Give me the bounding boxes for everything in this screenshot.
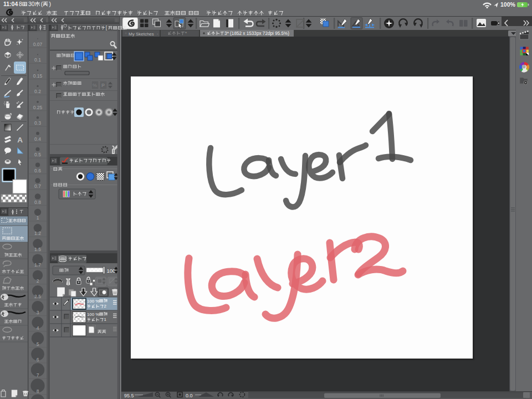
svg-text:8: 8 bbox=[19, 1, 22, 7]
svg-text:%: % bbox=[93, 83, 97, 88]
svg-text:4: 4 bbox=[37, 325, 39, 331]
svg-text:0.15: 0.15 bbox=[33, 73, 43, 79]
svg-text:1: 1 bbox=[37, 215, 39, 221]
svg-text:7: 7 bbox=[37, 372, 39, 378]
svg-text:0.0: 0.0 bbox=[186, 393, 193, 398]
svg-text:95.5: 95.5 bbox=[124, 393, 134, 398]
svg-text:1.2: 1.2 bbox=[34, 231, 41, 236]
svg-text:0.5: 0.5 bbox=[34, 152, 41, 157]
svg-text:0.25: 0.25 bbox=[33, 105, 43, 110]
svg-text:8: 8 bbox=[37, 388, 39, 394]
svg-text:0.2: 0.2 bbox=[34, 89, 41, 94]
svg-text:A: A bbox=[17, 136, 23, 144]
svg-text:100%: 100% bbox=[500, 1, 516, 8]
svg-text:5: 5 bbox=[37, 341, 39, 347]
svg-text:0.4: 0.4 bbox=[34, 136, 41, 142]
svg-text:My Sketches: My Sketches bbox=[129, 32, 154, 37]
svg-text:30: 30 bbox=[28, 1, 35, 7]
svg-text:6: 6 bbox=[37, 357, 39, 362]
svg-text:1.7: 1.7 bbox=[34, 262, 41, 268]
svg-text:3* (1852 x 1533px 72dpi 95.5%): 3* (1852 x 1533px 72dpi 95.5%) bbox=[224, 31, 289, 36]
svg-text:100 %: 100 % bbox=[87, 312, 99, 317]
svg-text:1.5: 1.5 bbox=[34, 247, 41, 252]
svg-text:2.5: 2.5 bbox=[34, 294, 41, 299]
svg-text:0.3: 0.3 bbox=[34, 120, 41, 126]
svg-text:2: 2 bbox=[37, 278, 39, 284]
svg-text:P: P bbox=[101, 83, 105, 88]
svg-text:0.07: 0.07 bbox=[33, 42, 43, 47]
svg-text:2: 2 bbox=[104, 304, 106, 309]
svg-text:0.7: 0.7 bbox=[34, 183, 41, 189]
svg-text:0.8: 0.8 bbox=[34, 200, 41, 205]
svg-text:11:04: 11:04 bbox=[3, 1, 18, 7]
svg-text:1: 1 bbox=[104, 317, 106, 322]
svg-text:100 %: 100 % bbox=[87, 299, 99, 304]
svg-text:): ) bbox=[49, 1, 51, 7]
svg-text:(: ( bbox=[41, 1, 43, 7]
svg-text:0.6: 0.6 bbox=[34, 168, 41, 173]
svg-text:0.1: 0.1 bbox=[34, 57, 41, 63]
svg-text:-: - bbox=[157, 31, 158, 36]
svg-text:3: 3 bbox=[37, 310, 39, 315]
svg-text:100: 100 bbox=[107, 268, 116, 274]
